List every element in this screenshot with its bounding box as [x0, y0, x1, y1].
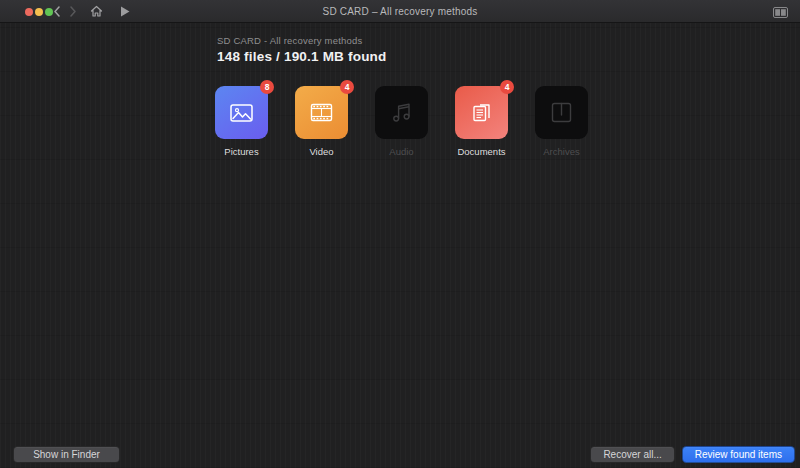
- panel-toggle-icon: [773, 7, 788, 18]
- category-video: 4 Video: [295, 86, 348, 157]
- scan-results-header: SD CARD - All recovery methods 148 files…: [217, 35, 387, 64]
- category-tiles: 8 Pictures 4: [215, 86, 588, 157]
- documents-tile[interactable]: 4: [455, 86, 508, 139]
- pictures-count-badge: 8: [260, 80, 274, 94]
- video-tile[interactable]: 4: [295, 86, 348, 139]
- archives-tile[interactable]: [535, 86, 588, 139]
- tile-label: Documents: [457, 146, 505, 157]
- app-window: SD CARD – All recovery methods SD CARD -…: [0, 0, 800, 468]
- pictures-tile[interactable]: 8: [215, 86, 268, 139]
- category-archives: Archives: [535, 86, 588, 157]
- tile-label: Video: [309, 146, 333, 157]
- scan-summary-title: 148 files / 190.1 MB found: [217, 49, 387, 64]
- recover-all-button[interactable]: Recover all...: [590, 446, 674, 463]
- pictures-icon: [228, 99, 255, 126]
- tile-label: Pictures: [224, 146, 258, 157]
- audio-tile[interactable]: [375, 86, 428, 139]
- tile-label: Audio: [389, 146, 413, 157]
- category-audio: Audio: [375, 86, 428, 157]
- documents-count-badge: 4: [500, 80, 514, 94]
- scan-source-label: SD CARD - All recovery methods: [217, 35, 387, 46]
- documents-icon: [468, 99, 495, 126]
- window-title: SD CARD – All recovery methods: [0, 0, 800, 23]
- music-note-icon: [388, 99, 415, 126]
- footer-actions: Recover all... Review found items: [590, 446, 795, 463]
- video-count-badge: 4: [340, 80, 354, 94]
- film-icon: [308, 99, 335, 126]
- show-in-finder-button[interactable]: Show in Finder: [13, 446, 120, 463]
- category-documents: 4 Documents: [455, 86, 508, 157]
- archive-box-icon: [548, 99, 575, 126]
- category-pictures: 8 Pictures: [215, 86, 268, 157]
- tile-label: Archives: [543, 146, 579, 157]
- toggle-sidebar-button[interactable]: [773, 7, 788, 18]
- titlebar: SD CARD – All recovery methods: [0, 0, 800, 23]
- review-found-items-button[interactable]: Review found items: [682, 446, 795, 463]
